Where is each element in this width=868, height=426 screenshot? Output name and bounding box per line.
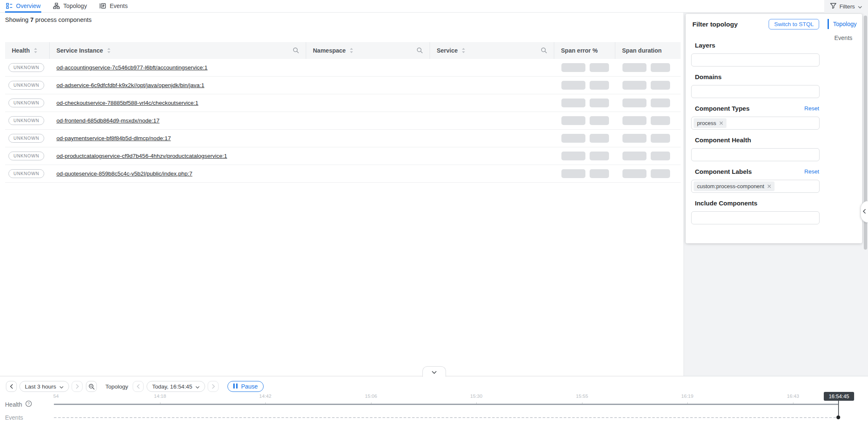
column-header-service-instance[interactable]: Service Instance — [50, 42, 306, 59]
time-forward-button[interactable] — [208, 381, 219, 392]
help-icon[interactable]: ? — [25, 400, 32, 408]
component-types-input[interactable]: process — [691, 117, 820, 130]
current-time-dot — [836, 415, 840, 419]
zoom-out-button[interactable] — [86, 381, 97, 392]
health-badge: UNKNOWN — [8, 99, 44, 107]
svg-text:?: ? — [28, 401, 30, 406]
filters-label: Filters — [839, 3, 855, 10]
filter-chip: custom:process-component — [694, 181, 775, 191]
filter-section-component-types: Component TypesResetprocess — [686, 105, 862, 130]
range-forward-button[interactable] — [72, 381, 83, 392]
tab-topology[interactable]: Topology — [52, 0, 88, 13]
span-error-skeleton — [561, 63, 585, 72]
topology-icon — [53, 3, 60, 9]
service-instance-link[interactable]: od-paymentservice-bf8f84b5d-dlmcp/node:1… — [56, 135, 171, 141]
component-labels-reset-link[interactable]: Reset — [804, 168, 819, 175]
tab-overview[interactable]: Overview — [5, 0, 41, 13]
axis-tick-label: 14:42 — [259, 394, 272, 399]
results-summary: Showing 7 process components — [5, 16, 92, 23]
chip-remove-icon[interactable] — [767, 184, 771, 188]
current-time-label: Today, 16:54:45 — [152, 383, 192, 390]
timeline-toolbar: Last 3 hours Topology Today, 16:54:45 Pa… — [6, 381, 264, 392]
events-timeline-line[interactable] — [54, 417, 836, 418]
span-error-skeleton — [561, 81, 585, 90]
page: Overview Topology Events Filters Showing… — [0, 0, 868, 426]
filter-section-layers: Layers — [686, 42, 862, 67]
service-instance-link[interactable]: od-frontend-685db864d9-msxdx/node:17 — [56, 117, 160, 124]
pause-button[interactable]: Pause — [227, 381, 264, 392]
range-back-button[interactable] — [6, 381, 17, 392]
include-components-input[interactable] — [691, 211, 820, 224]
drawer-collapse-handle[interactable] — [860, 201, 868, 223]
chevron-down-icon — [432, 368, 437, 375]
component-health-input[interactable] — [691, 148, 820, 161]
time-back-button[interactable] — [133, 381, 144, 392]
search-icon[interactable] — [417, 47, 423, 53]
current-time-marker[interactable] — [838, 400, 839, 417]
filters-button[interactable]: Filters — [824, 0, 868, 13]
table-row: UNKNOWNod-adservice-6c9dfcfdbf-k9x2k//op… — [5, 77, 681, 94]
sort-icon — [107, 48, 111, 53]
span-duration-skeleton — [651, 116, 670, 125]
pause-icon — [233, 383, 238, 390]
health-badge: UNKNOWN — [8, 169, 44, 178]
span-error-skeleton — [590, 169, 609, 178]
filter-section-component-health: Component Health — [686, 136, 862, 161]
table-row: UNKNOWNod-frontend-685db864d9-msxdx/node… — [5, 112, 681, 130]
drawer-tab-topology[interactable]: Topology — [828, 19, 861, 29]
layers-label: Layers — [695, 42, 862, 49]
span-error-skeleton — [561, 116, 585, 125]
search-icon[interactable] — [541, 47, 547, 53]
column-header-health[interactable]: Health — [5, 42, 50, 59]
service-instance-link[interactable]: od-accountingservice-7c546cb977-l6bft/ac… — [56, 64, 208, 71]
axis-tick-label: 15:06 — [365, 394, 377, 399]
health-badge: UNKNOWN — [8, 152, 44, 160]
span-error-skeleton — [590, 134, 609, 143]
time-range-dropdown[interactable]: Last 3 hours — [19, 381, 69, 392]
span-duration-skeleton — [622, 116, 646, 125]
service-instance-link[interactable]: od-checkoutservice-78885bf588-vrl4c/chec… — [56, 100, 198, 106]
filter-card: Filter topology Switch to STQL Topology … — [686, 14, 862, 243]
switch-to-stql-button[interactable]: Switch to STQL — [769, 19, 819, 29]
span-duration-skeleton — [651, 63, 670, 72]
span-error-skeleton — [561, 152, 585, 160]
tab-events[interactable]: Events — [99, 0, 128, 13]
health-badge: UNKNOWN — [8, 116, 44, 125]
column-header-service[interactable]: Service — [430, 42, 554, 59]
filter-section-include-components: Include Components — [686, 200, 862, 224]
service-instance-link[interactable]: od-quoteservice-859b8c5c4c-v5b2l/public/… — [56, 170, 192, 177]
column-label-service-instance: Service Instance — [56, 47, 103, 54]
domains-input[interactable] — [691, 85, 820, 98]
search-icon[interactable] — [293, 47, 299, 53]
span-duration-skeleton — [651, 152, 670, 160]
timeline-collapse-button[interactable] — [422, 366, 446, 377]
span-duration-skeleton — [651, 81, 670, 90]
service-instance-link[interactable]: od-adservice-6c9dfcfdbf-k9x2k//opt/java/… — [56, 82, 204, 88]
table-row: UNKNOWNod-quoteservice-859b8c5c4c-v5b2l/… — [5, 165, 681, 183]
table-body: UNKNOWNod-accountingservice-7c546cb977-l… — [5, 59, 681, 183]
health-timeline-line[interactable] — [54, 404, 839, 405]
column-header-span-duration[interactable]: Span duration — [615, 42, 681, 59]
sort-icon — [350, 48, 353, 53]
health-badge: UNKNOWN — [8, 81, 44, 90]
span-duration-skeleton — [622, 134, 646, 143]
component-types-reset-link[interactable]: Reset — [804, 105, 819, 112]
health-row-label: Health ? — [5, 400, 32, 408]
filter-section-domains: Domains — [686, 73, 862, 98]
span-duration-skeleton — [651, 99, 670, 107]
span-duration-skeleton — [622, 152, 646, 160]
filter-drawer: Filter topology Switch to STQL Topology … — [684, 13, 868, 376]
column-header-namespace[interactable]: Namespace — [306, 42, 430, 59]
components-table: HealthService InstanceNamespaceServiceSp… — [5, 42, 681, 183]
column-header-span-error[interactable]: Span error % — [554, 42, 615, 59]
layers-input[interactable] — [691, 53, 820, 67]
table-row: UNKNOWNod-accountingservice-7c546cb977-l… — [5, 59, 681, 77]
filter-chip: process — [694, 118, 726, 128]
column-label-health: Health — [12, 47, 30, 54]
chevron-down-icon — [59, 383, 64, 390]
tab-overview-label: Overview — [16, 3, 40, 9]
service-instance-link[interactable]: od-productcatalogservice-cf9d7b456-4hhzv… — [56, 153, 227, 159]
current-time-dropdown[interactable]: Today, 16:54:45 — [147, 381, 205, 392]
component-labels-input[interactable]: custom:process-component — [691, 180, 820, 193]
chip-remove-icon[interactable] — [719, 121, 723, 125]
